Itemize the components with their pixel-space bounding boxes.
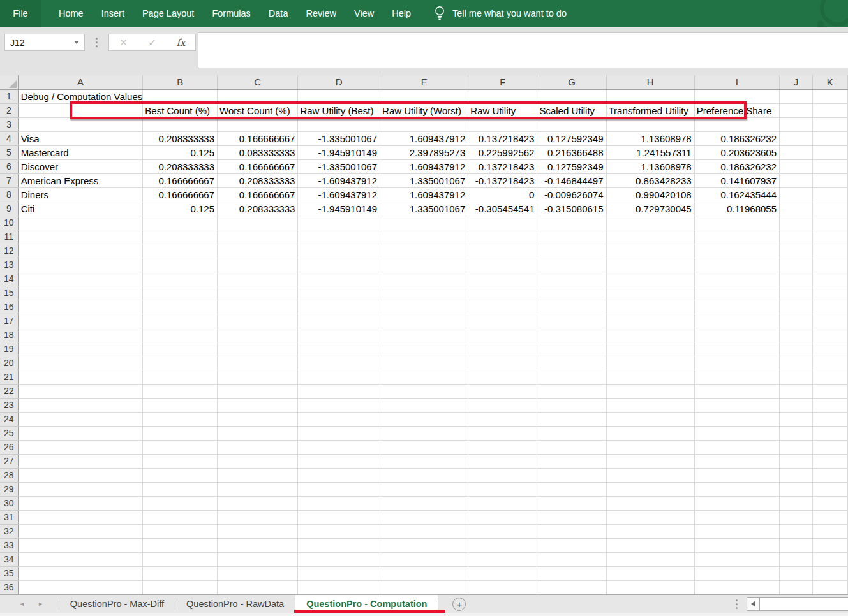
cell-H25[interactable] bbox=[606, 426, 694, 440]
cell-B34[interactable] bbox=[143, 552, 218, 566]
cell-J18[interactable] bbox=[780, 328, 813, 342]
cell-B27[interactable] bbox=[143, 454, 218, 468]
cell-G2[interactable]: Scaled Utility bbox=[537, 103, 606, 117]
row-header-30[interactable]: 30 bbox=[0, 496, 18, 510]
cell-K19[interactable] bbox=[812, 342, 847, 356]
cell-B2[interactable]: Best Count (%) bbox=[143, 103, 218, 117]
cell-G29[interactable] bbox=[537, 482, 606, 496]
menu-data[interactable]: Data bbox=[260, 0, 297, 27]
cell-J2[interactable] bbox=[780, 103, 813, 117]
cell-J28[interactable] bbox=[780, 468, 813, 482]
cell-H5[interactable]: 1.241557311 bbox=[606, 145, 694, 159]
row-header-29[interactable]: 29 bbox=[0, 482, 18, 496]
cell-G24[interactable] bbox=[537, 412, 606, 426]
select-all-corner[interactable] bbox=[0, 75, 18, 89]
cell-D4[interactable]: -1.335001067 bbox=[298, 131, 380, 145]
cell-D19[interactable] bbox=[298, 342, 380, 356]
cell-H33[interactable] bbox=[606, 538, 694, 552]
cell-J30[interactable] bbox=[780, 496, 813, 510]
cell-C28[interactable] bbox=[218, 468, 298, 482]
row-header-32[interactable]: 32 bbox=[0, 524, 18, 538]
cell-F11[interactable] bbox=[468, 230, 537, 244]
cell-A22[interactable] bbox=[18, 384, 143, 398]
cell-I28[interactable] bbox=[694, 468, 779, 482]
cell-I34[interactable] bbox=[694, 552, 779, 566]
cell-K1[interactable] bbox=[812, 89, 847, 103]
column-header-I[interactable]: I bbox=[694, 75, 779, 89]
row-header-6[interactable]: 6 bbox=[0, 159, 18, 173]
cell-C15[interactable] bbox=[218, 286, 298, 300]
row-header-8[interactable]: 8 bbox=[0, 187, 18, 202]
row-header-4[interactable]: 4 bbox=[0, 131, 18, 145]
cell-E14[interactable] bbox=[380, 272, 468, 286]
cell-F36[interactable] bbox=[468, 580, 537, 594]
cell-J20[interactable] bbox=[780, 356, 813, 370]
cell-E16[interactable] bbox=[380, 300, 468, 314]
cell-D1[interactable] bbox=[298, 89, 380, 103]
cell-E4[interactable]: 1.609437912 bbox=[380, 131, 468, 145]
cell-A24[interactable] bbox=[18, 412, 143, 426]
cell-I24[interactable] bbox=[694, 412, 779, 426]
cell-B4[interactable]: 0.208333333 bbox=[143, 131, 218, 145]
cell-E18[interactable] bbox=[380, 328, 468, 342]
cell-K6[interactable] bbox=[812, 159, 847, 173]
cell-A17[interactable] bbox=[18, 314, 143, 328]
menu-formulas[interactable]: Formulas bbox=[203, 0, 259, 27]
cell-A13[interactable] bbox=[18, 258, 143, 272]
row-header-19[interactable]: 19 bbox=[0, 342, 18, 356]
cell-G4[interactable]: 0.127592349 bbox=[537, 131, 606, 145]
row-header-5[interactable]: 5 bbox=[0, 145, 18, 159]
cell-H18[interactable] bbox=[606, 328, 694, 342]
cell-H9[interactable]: 0.729730045 bbox=[606, 202, 694, 216]
cell-G15[interactable] bbox=[537, 286, 606, 300]
cell-J7[interactable] bbox=[780, 173, 813, 187]
cell-A1[interactable]: Debug / Computation Values bbox=[18, 89, 143, 103]
cell-F26[interactable] bbox=[468, 440, 537, 454]
cell-F30[interactable] bbox=[468, 496, 537, 510]
cell-H35[interactable] bbox=[606, 566, 694, 580]
cell-B35[interactable] bbox=[143, 566, 218, 580]
cell-J27[interactable] bbox=[780, 454, 813, 468]
cell-J12[interactable] bbox=[780, 244, 813, 258]
cell-K28[interactable] bbox=[812, 468, 847, 482]
cell-B11[interactable] bbox=[143, 230, 218, 244]
cell-G32[interactable] bbox=[537, 524, 606, 538]
cell-A15[interactable] bbox=[18, 286, 143, 300]
row-header-3[interactable]: 3 bbox=[0, 117, 18, 131]
cell-C19[interactable] bbox=[218, 342, 298, 356]
cell-I21[interactable] bbox=[694, 370, 779, 384]
cell-B9[interactable]: 0.125 bbox=[143, 202, 218, 216]
cell-K27[interactable] bbox=[812, 454, 847, 468]
row-header-9[interactable]: 9 bbox=[0, 202, 18, 216]
cell-C34[interactable] bbox=[218, 552, 298, 566]
cell-B1[interactable] bbox=[143, 89, 218, 103]
scroll-sheets-left-icon[interactable]: ◄ bbox=[19, 601, 25, 607]
cell-I35[interactable] bbox=[694, 566, 779, 580]
row-header-14[interactable]: 14 bbox=[0, 272, 18, 286]
cell-C36[interactable] bbox=[218, 580, 298, 594]
cell-F20[interactable] bbox=[468, 356, 537, 370]
cell-C25[interactable] bbox=[218, 426, 298, 440]
cell-H20[interactable] bbox=[606, 356, 694, 370]
cell-F4[interactable]: 0.137218423 bbox=[468, 131, 537, 145]
cell-A30[interactable] bbox=[18, 496, 143, 510]
cell-D7[interactable]: -1.609437912 bbox=[298, 173, 380, 187]
cell-E31[interactable] bbox=[380, 510, 468, 524]
cell-I25[interactable] bbox=[694, 426, 779, 440]
menu-page-layout[interactable]: Page Layout bbox=[133, 0, 203, 27]
cell-F7[interactable]: -0.137218423 bbox=[468, 173, 537, 187]
cell-F21[interactable] bbox=[468, 370, 537, 384]
cell-D25[interactable] bbox=[298, 426, 380, 440]
row-header-35[interactable]: 35 bbox=[0, 566, 18, 580]
row-header-7[interactable]: 7 bbox=[0, 173, 18, 187]
cell-G8[interactable]: -0.009626074 bbox=[537, 187, 606, 202]
column-header-D[interactable]: D bbox=[298, 75, 380, 89]
cell-E21[interactable] bbox=[380, 370, 468, 384]
cell-C17[interactable] bbox=[218, 314, 298, 328]
cell-G25[interactable] bbox=[537, 426, 606, 440]
formula-bar-input[interactable] bbox=[198, 32, 848, 68]
cell-G31[interactable] bbox=[537, 510, 606, 524]
cell-I13[interactable] bbox=[694, 258, 779, 272]
cell-J1[interactable] bbox=[780, 89, 813, 103]
row-header-34[interactable]: 34 bbox=[0, 552, 18, 566]
